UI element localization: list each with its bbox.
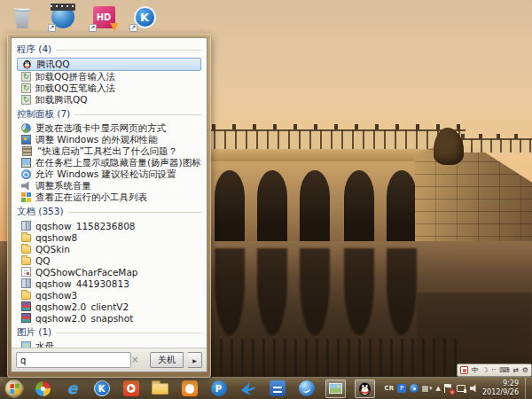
- section-header-control-panel: 控制面板 (7): [17, 108, 201, 121]
- pinwheel-app-button[interactable]: [33, 379, 53, 398]
- windows-flag-icon: [10, 383, 20, 394]
- shortcut-arrow-icon: ↗: [48, 24, 56, 32]
- pps-player-button[interactable]: P: [208, 379, 229, 398]
- soft-keyboard-icon[interactable]: ⌨: [499, 364, 510, 376]
- action-center-flag-icon[interactable]: ×: [444, 384, 453, 394]
- k-player-button[interactable]: K: [91, 379, 112, 398]
- result-item[interactable]: qqshow3: [17, 289, 201, 301]
- archive-icon: [21, 221, 31, 231]
- item-label: 调整系统音量: [35, 180, 91, 192]
- show-desktop-button[interactable]: [525, 378, 528, 399]
- speaker-icon: [21, 181, 31, 191]
- hd-app-icon[interactable]: HD↗: [90, 4, 117, 30]
- item-label: qqshow3: [35, 290, 77, 301]
- item-label: 查看正在运行的小工具列表: [35, 192, 147, 203]
- clear-search-icon[interactable]: ×: [131, 356, 138, 364]
- punctuation-icon[interactable]: ··: [491, 364, 496, 376]
- search-results: 程序 (4) 腾讯QQ 卸载QQ拼音输入法 卸载QQ五笔输入法 卸载腾讯QQ: [12, 38, 207, 348]
- result-item[interactable]: qqshow8: [17, 231, 201, 243]
- result-item[interactable]: qqshow2.0_clientV2: [17, 301, 201, 312]
- film-list-icon: [270, 380, 286, 396]
- result-item[interactable]: 允许 Windows 建议轻松访问设置: [17, 168, 201, 180]
- item-label: 调整 Windows 的外观和性能: [35, 134, 158, 145]
- search-band: × 关机 ▶: [12, 348, 207, 372]
- performance-icon: [21, 135, 31, 145]
- result-item[interactable]: QQShowCharFaceMap: [17, 266, 201, 278]
- language-indicator-icon[interactable]: CR: [385, 385, 395, 392]
- start-menu-inner: 程序 (4) 腾讯QQ 卸载QQ拼音输入法 卸载QQ五笔输入法 卸载腾讯QQ: [11, 37, 207, 372]
- volume-icon[interactable]: [470, 385, 478, 393]
- clock[interactable]: 9:29 2012/9/26: [481, 379, 519, 398]
- start-button[interactable]: [4, 379, 24, 398]
- clock-date: 2012/9/26: [481, 388, 519, 397]
- internet-explorer-button[interactable]: e: [62, 379, 82, 398]
- quicklaunch-help-icon: [22, 146, 32, 156]
- switch-icon[interactable]: ⇄: [512, 364, 519, 376]
- shutdown-button[interactable]: 关机: [150, 352, 184, 368]
- result-item[interactable]: QQSkin: [17, 243, 201, 254]
- result-item[interactable]: 调整系统音量: [17, 180, 201, 192]
- result-item[interactable]: qqshow_1158236808: [17, 220, 201, 231]
- qvod-player-button[interactable]: [296, 379, 317, 398]
- document-icon: [21, 267, 31, 277]
- search-input[interactable]: [20, 356, 131, 365]
- result-item[interactable]: “快速启动”工具栏出了什么问题？: [17, 145, 201, 157]
- result-item[interactable]: 水母: [17, 340, 201, 348]
- ime-logo-icon[interactable]: [460, 366, 468, 374]
- item-label: 卸载腾讯QQ: [35, 94, 88, 106]
- shutdown-options-arrow[interactable]: ▶: [188, 352, 202, 368]
- windows-explorer-button[interactable]: [150, 379, 170, 398]
- section-header-documents: 文档 (353): [17, 206, 201, 218]
- video-player-button[interactable]: [121, 379, 141, 398]
- item-label: 卸载QQ五笔输入法: [35, 82, 115, 94]
- k-app-icon[interactable]: K↗: [131, 4, 158, 30]
- folder-icon: [21, 246, 31, 254]
- item-label: qqshow_1158236808: [35, 221, 136, 231]
- result-item[interactable]: 卸载QQ拼音输入法: [17, 71, 201, 82]
- xunlei-button[interactable]: [238, 379, 258, 398]
- recycle-bin-icon[interactable]: [9, 4, 35, 30]
- error-badge: ×: [450, 389, 455, 395]
- start-menu-panel: 程序 (4) 腾讯QQ 卸载QQ拼音输入法 卸载QQ五笔输入法 卸载腾讯QQ: [7, 34, 211, 378]
- folder-icon: [152, 383, 168, 395]
- result-item[interactable]: 卸载QQ五笔输入法: [17, 82, 201, 94]
- result-item[interactable]: QQ: [17, 254, 201, 266]
- play-icon: [123, 380, 139, 396]
- tray-widget-icon[interactable]: ▾: [422, 385, 433, 392]
- result-item[interactable]: qqshow2.0_snapshot: [17, 312, 201, 324]
- folder-icon: [21, 257, 31, 265]
- settings-icon[interactable]: ⚙: [522, 364, 528, 376]
- result-item[interactable]: qqshow_441930813: [17, 278, 201, 289]
- baofeng-player-button[interactable]: [267, 379, 287, 398]
- gadgets-icon: [21, 192, 31, 202]
- search-box[interactable]: ×: [16, 352, 131, 368]
- qq-button[interactable]: [355, 379, 375, 398]
- item-label: QQ: [35, 255, 51, 266]
- uninstall-icon: [21, 95, 31, 105]
- result-item[interactable]: 调整 Windows 的外观和性能: [17, 134, 201, 145]
- item-label: qqshow8: [35, 232, 77, 243]
- pet-app-button[interactable]: [179, 379, 200, 398]
- image-viewer-button[interactable]: [325, 379, 346, 398]
- result-item-qq[interactable]: 腾讯QQ: [17, 58, 201, 71]
- network-icon[interactable]: [457, 384, 466, 393]
- taskbar: e K P CR P ▾ ▲ × 9:29 2012/9/26: [0, 377, 532, 399]
- system-tray: CR P ▾ ▲ × 9:29 2012/9/26: [385, 378, 530, 399]
- taskbar-volume-icon: [21, 158, 31, 168]
- show-hidden-icons-icon[interactable]: ▲: [436, 385, 441, 392]
- ime-indicator-icon[interactable]: P: [397, 384, 406, 393]
- result-item[interactable]: 更改在选项卡中显示网页的方式: [17, 122, 201, 134]
- result-item[interactable]: 在任务栏上显示或隐藏音量(扬声器)图标: [17, 157, 201, 168]
- item-label: qqshow2.0_snapshot: [35, 313, 133, 324]
- desktop-icon-row: ↗ HD↗ K↗: [9, 4, 158, 30]
- result-item[interactable]: 卸载腾讯QQ: [17, 94, 201, 106]
- uninstall-icon: [21, 72, 31, 82]
- result-item[interactable]: 查看正在运行的小工具列表: [17, 192, 201, 203]
- chinese-mode-icon[interactable]: 中: [472, 364, 479, 376]
- media-globe-icon[interactable]: ↗: [50, 4, 76, 30]
- tray-app-icon[interactable]: [410, 384, 419, 393]
- clock-time: 9:29: [481, 379, 519, 388]
- item-label: 水母: [35, 340, 54, 348]
- halfwidth-moon-icon[interactable]: ☽: [481, 364, 488, 376]
- rar-archive-icon: [21, 301, 31, 311]
